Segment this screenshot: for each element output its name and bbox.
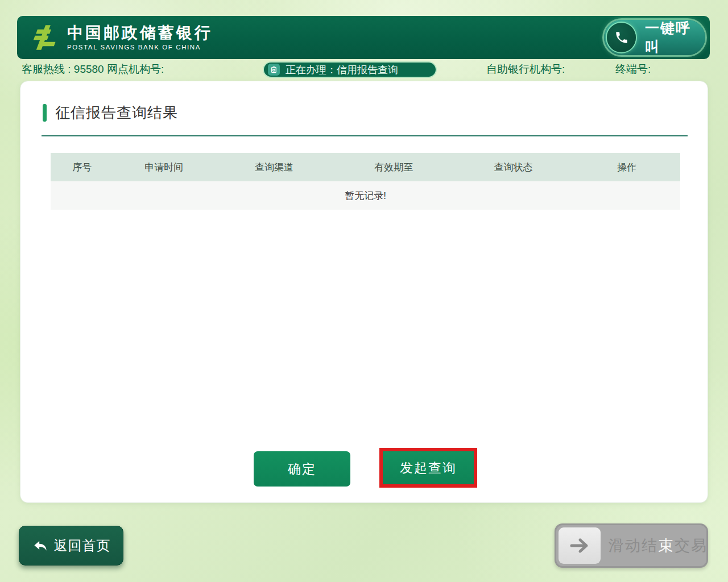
title-accent-bar	[43, 104, 47, 122]
col-header-operation: 操作	[573, 161, 680, 174]
confirm-button[interactable]: 确定	[254, 451, 350, 487]
slider-label-suffix: 交易	[675, 537, 708, 554]
slider-handle[interactable]	[559, 527, 601, 564]
empty-records-text: 暂无记录!	[345, 189, 386, 202]
table-empty-row: 暂无记录!	[51, 181, 680, 210]
slider-label: 滑动结束交易	[609, 535, 708, 556]
col-header-apply-time: 申请时间	[114, 161, 214, 174]
right-arrow-icon	[568, 536, 591, 555]
slider-label-prefix: 滑动结	[609, 537, 658, 554]
hotline-and-branch-label: 客服热线 : 95580 网点机构号:	[22, 62, 164, 77]
initiate-query-button[interactable]: 发起查询	[383, 451, 474, 484]
title-divider	[42, 135, 688, 136]
result-panel: 征信报告查询结果 序号 申请时间 查询渠道 有效期至 查询状态 操作 暂无记录!…	[20, 81, 708, 503]
screen: 中国邮政储蓄银行 POSTAL SAVINGS BANK OF CHINA 一键…	[0, 0, 728, 582]
terminal-id-label: 终端号:	[615, 62, 651, 77]
one-key-call-button[interactable]: 一键呼叫	[604, 20, 705, 55]
col-header-seq: 序号	[51, 161, 114, 174]
back-home-label: 返回首页	[54, 537, 111, 555]
action-button-row: 确定 发起查询	[20, 448, 708, 493]
self-bank-org-label: 自助银行机构号:	[486, 62, 565, 77]
slider-label-highlight: 束	[658, 537, 675, 554]
col-header-status: 查询状态	[453, 161, 573, 174]
clipboard-icon	[268, 64, 280, 76]
initiate-query-highlight-box: 发起查询	[379, 448, 477, 488]
bank-name-cn: 中国邮政储蓄银行	[67, 24, 213, 42]
col-header-valid-until: 有效期至	[334, 161, 453, 174]
table-header-row: 序号 申请时间 查询渠道 有效期至 查询状态 操作	[51, 153, 680, 181]
col-header-channel: 查询渠道	[214, 161, 334, 174]
back-home-button[interactable]: 返回首页	[19, 526, 123, 566]
call-button-label: 一键呼叫	[645, 19, 705, 56]
bank-name-en: POSTAL SAVINGS BANK OF CHINA	[67, 44, 213, 51]
processing-label: 正在办理：	[286, 63, 337, 77]
phone-icon	[607, 23, 636, 52]
info-bar: 客服热线 : 95580 网点机构号: 正在办理： 信用报告查询 自助银行机构号…	[0, 60, 728, 78]
processing-value: 信用报告查询	[337, 63, 398, 77]
page-title: 征信报告查询结果	[55, 103, 178, 123]
processing-status-badge: 正在办理： 信用报告查询	[263, 61, 437, 78]
top-header-bar: 中国邮政储蓄银行 POSTAL SAVINGS BANK OF CHINA 一键…	[17, 16, 710, 59]
china-post-emblem-icon	[30, 24, 60, 51]
query-result-table: 序号 申请时间 查询渠道 有效期至 查询状态 操作 暂无记录!	[51, 153, 680, 210]
bank-logo: 中国邮政储蓄银行 POSTAL SAVINGS BANK OF CHINA	[30, 24, 213, 51]
end-transaction-slider[interactable]: 滑动结束交易	[555, 523, 708, 568]
reply-arrow-icon	[32, 537, 49, 554]
